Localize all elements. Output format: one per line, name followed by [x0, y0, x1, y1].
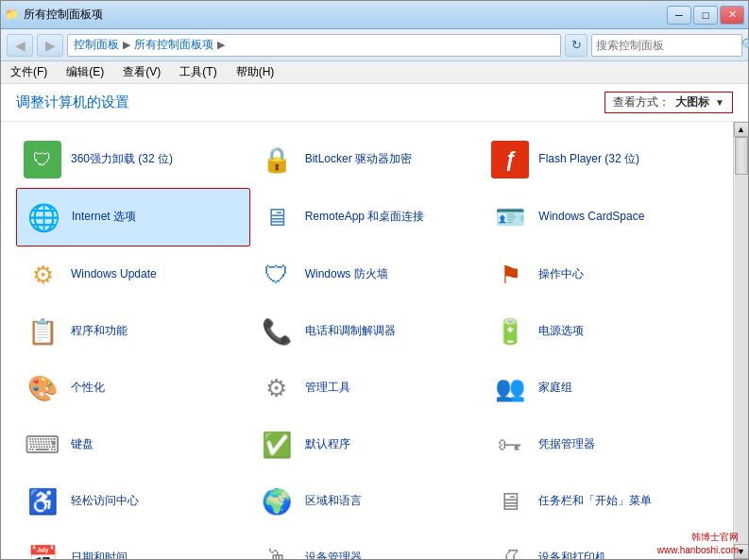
item-label-item-modem: 电话和调制解调器	[305, 324, 396, 339]
item-label-item-credentials: 凭据管理器	[538, 437, 595, 452]
grid-item-item-tools[interactable]: ⚙管理工具	[250, 360, 485, 416]
item-label-item-keyboard: 键盘	[71, 437, 94, 452]
grid-item-item-personal[interactable]: 🎨个性化	[16, 360, 250, 416]
menu-edit[interactable]: 编辑(E)	[62, 62, 108, 82]
grid-item-item-homegroup[interactable]: 👥家庭组	[484, 360, 718, 416]
item-label-item-remoteapp: RemoteApp 和桌面连接	[305, 210, 425, 225]
grid-item-item-credentials[interactable]: 🗝凭据管理器	[484, 416, 718, 473]
item-icon-item-keyboard: ⌨	[24, 426, 61, 464]
back-button[interactable]: ◀	[7, 34, 33, 57]
search-input[interactable]	[596, 39, 738, 52]
item-label-item-default: 默认程序	[305, 437, 350, 452]
grid-item-item-bitlocker[interactable]: 🔒BitLocker 驱动器加密	[250, 131, 485, 188]
item-icon-item-wupdate: ⚙	[24, 256, 61, 294]
item-label-item-homegroup: 家庭组	[538, 381, 572, 396]
minimize-button[interactable]: ─	[667, 6, 691, 25]
grid-item-item-wcs[interactable]: 🪪Windows CardSpace	[484, 188, 718, 246]
menu-bar: 文件(F) 编辑(E) 查看(V) 工具(T) 帮助(H)	[1, 61, 748, 84]
item-label-item-region: 区域和语言	[305, 494, 362, 509]
grid-item-item-modem[interactable]: 📞电话和调制解调器	[250, 303, 485, 360]
view-mode-value: 大图标	[675, 94, 709, 110]
scrollbar: ▲ ▼	[733, 122, 748, 559]
scroll-up-button[interactable]: ▲	[734, 122, 749, 137]
title-text: 所有控制面板项	[24, 7, 103, 23]
grid-item-item-360[interactable]: 🛡360强力卸载 (32 位)	[16, 131, 250, 188]
title-bar-controls: ─ □ ✕	[667, 6, 744, 25]
breadcrumb-allpanels[interactable]: 所有控制面板项	[134, 37, 213, 53]
menu-view[interactable]: 查看(V)	[119, 62, 164, 82]
grid-item-item-access[interactable]: ♿轻松访问中心	[16, 473, 250, 530]
grid-item-item-devprint[interactable]: 🖨设备和打印机	[484, 530, 718, 559]
view-header: 调整计算机的设置 查看方式： 大图标 ▼	[1, 84, 748, 122]
item-label-item-power: 电源选项	[538, 324, 584, 339]
grid-item-item-wfirewall[interactable]: 🛡Windows 防火墙	[250, 246, 485, 303]
main-window: 📁 所有控制面板项 ─ □ ✕ ◀ ▶ 控制面板 ▶ 所有控制面板项 ▶ ↻ 🔍…	[0, 0, 749, 560]
title-bar: 📁 所有控制面板项 ─ □ ✕	[1, 1, 748, 29]
grid-item-item-programs[interactable]: 📋程序和功能	[16, 303, 250, 360]
content-scroll: 🛡360强力卸载 (32 位)🔒BitLocker 驱动器加密ƒFlash Pl…	[1, 122, 733, 559]
breadcrumb-controlpanel[interactable]: 控制面板	[74, 37, 119, 53]
item-icon-item-security: ⚑	[491, 256, 529, 294]
view-mode-label: 查看方式：	[613, 94, 670, 110]
item-label-item-bitlocker: BitLocker 驱动器加密	[305, 152, 412, 167]
grid-item-item-internet[interactable]: 🌐Internet 选项	[16, 188, 250, 246]
item-icon-item-internet: 🌐	[25, 198, 62, 236]
item-icon-item-date: 📅	[24, 539, 61, 559]
item-icon-item-devprint: 🖨	[491, 539, 529, 559]
dropdown-arrow-icon: ▼	[715, 97, 724, 108]
item-icon-item-devmgr: 🖱	[258, 539, 296, 559]
item-label-item-flash: Flash Player (32 位)	[538, 152, 639, 167]
item-label-item-taskbar: 任务栏和「开始」菜单	[538, 494, 652, 509]
content-panel: 🛡360强力卸载 (32 位)🔒BitLocker 驱动器加密ƒFlash Pl…	[1, 122, 748, 559]
breadcrumb-sep-2: ▶	[217, 39, 225, 51]
menu-help[interactable]: 帮助(H)	[232, 62, 279, 82]
grid-item-item-date[interactable]: 📅日期和时间	[16, 530, 250, 559]
menu-file[interactable]: 文件(F)	[7, 62, 51, 82]
search-bar: 🔍	[591, 34, 742, 57]
item-label-item-programs: 程序和功能	[71, 324, 128, 339]
items-grid: 🛡360强力卸载 (32 位)🔒BitLocker 驱动器加密ƒFlash Pl…	[16, 131, 718, 559]
close-button[interactable]: ✕	[720, 6, 744, 25]
grid-item-item-wupdate[interactable]: ⚙Windows Update	[16, 246, 250, 303]
search-icon: 🔍	[741, 38, 749, 52]
scroll-thumb[interactable]	[735, 137, 748, 175]
item-label-item-wfirewall: Windows 防火墙	[305, 267, 388, 282]
item-icon-item-access: ♿	[24, 483, 61, 520]
item-label-item-internet: Internet 选项	[72, 210, 136, 225]
grid-item-item-flash[interactable]: ƒFlash Player (32 位)	[484, 131, 718, 188]
forward-button[interactable]: ▶	[37, 34, 63, 57]
grid-item-item-power[interactable]: 🔋电源选项	[484, 303, 718, 360]
item-icon-item-region: 🌍	[258, 483, 296, 520]
grid-item-item-remoteapp[interactable]: 🖥RemoteApp 和桌面连接	[250, 188, 485, 246]
item-icon-item-homegroup: 👥	[491, 369, 529, 407]
breadcrumb-sep-1: ▶	[123, 39, 130, 51]
grid-item-item-taskbar[interactable]: 🖥任务栏和「开始」菜单	[484, 473, 718, 530]
item-label-item-360: 360强力卸载 (32 位)	[71, 152, 173, 167]
page-title: 调整计算机的设置	[16, 93, 129, 111]
scroll-track	[735, 137, 748, 544]
item-icon-item-wcs: 🪪	[491, 198, 529, 236]
item-icon-item-modem: 📞	[258, 313, 296, 350]
refresh-button[interactable]: ↻	[565, 34, 587, 57]
grid-item-item-region[interactable]: 🌍区域和语言	[250, 473, 485, 530]
address-bar: ◀ ▶ 控制面板 ▶ 所有控制面板项 ▶ ↻ 🔍	[1, 29, 748, 61]
grid-item-item-security[interactable]: ⚑操作中心	[484, 246, 718, 303]
item-label-item-wupdate: Windows Update	[71, 267, 157, 282]
maximize-button[interactable]: □	[693, 6, 718, 25]
grid-item-item-keyboard[interactable]: ⌨键盘	[16, 416, 250, 473]
scroll-down-button[interactable]: ▼	[734, 544, 749, 559]
item-icon-item-wfirewall: 🛡	[258, 256, 296, 294]
item-label-item-tools: 管理工具	[305, 381, 350, 396]
item-label-item-devmgr: 设备管理器	[305, 551, 362, 559]
item-icon-item-360: 🛡	[24, 141, 61, 178]
grid-item-item-default[interactable]: ✅默认程序	[250, 416, 485, 473]
item-icon-item-flash: ƒ	[491, 141, 529, 178]
item-icon-item-default: ✅	[258, 426, 296, 464]
grid-item-item-devmgr[interactable]: 🖱设备管理器	[250, 530, 485, 559]
item-icon-item-taskbar: 🖥	[491, 483, 529, 520]
breadcrumb-bar: 控制面板 ▶ 所有控制面板项 ▶	[67, 34, 561, 57]
view-mode-box[interactable]: 查看方式： 大图标 ▼	[604, 92, 733, 113]
item-icon-item-personal: 🎨	[24, 369, 61, 407]
menu-tools[interactable]: 工具(T)	[176, 62, 220, 82]
item-icon-item-power: 🔋	[491, 313, 529, 350]
